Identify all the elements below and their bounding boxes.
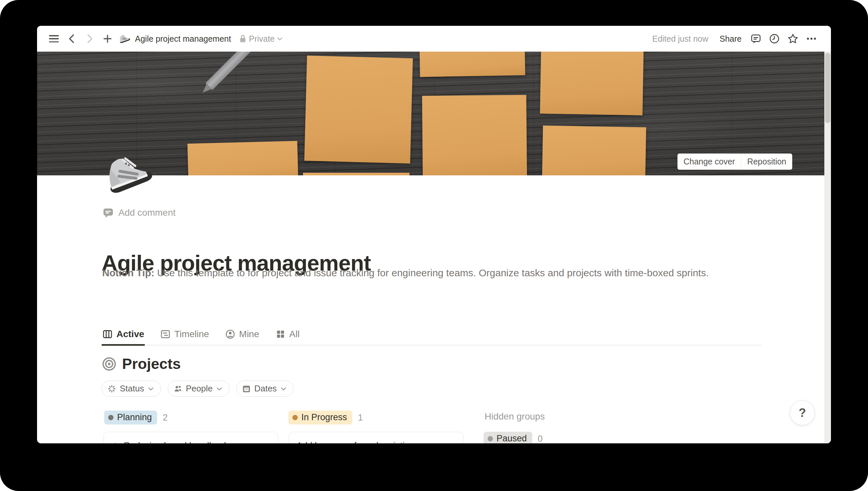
status-badge-paused: Paused	[484, 432, 532, 443]
cover-buttons: Change cover Reposition	[678, 153, 792, 170]
sticky-note	[540, 52, 643, 115]
group-label: In Progress	[301, 412, 347, 423]
sticky-note	[542, 125, 647, 175]
lock-icon	[239, 34, 247, 44]
add-comment-label: Add comment	[118, 207, 176, 218]
sticky-note	[422, 95, 527, 175]
share-button[interactable]: Share	[716, 32, 745, 46]
breadcrumb-title[interactable]: Agile project management	[135, 34, 231, 44]
status-dot	[292, 415, 298, 420]
filter-bar: Status People Dates	[101, 380, 294, 397]
privacy-selector[interactable]: Private	[239, 34, 283, 44]
tab-all[interactable]: All	[275, 326, 300, 345]
card-title: Redesign brand handbook	[124, 441, 229, 443]
chevron-down-icon	[280, 385, 287, 392]
screen: Agile project management Private Edited …	[0, 0, 868, 491]
privacy-label: Private	[249, 34, 275, 44]
tab-label: Active	[116, 329, 144, 340]
projects-section-header: Projects	[101, 355, 181, 373]
filter-label: Status	[120, 383, 144, 394]
tab-active[interactable]: Active	[101, 326, 145, 345]
hamburger-icon	[49, 35, 59, 42]
favorite-button[interactable]	[785, 31, 801, 46]
more-options-button[interactable]	[804, 31, 819, 46]
status-dot	[108, 415, 114, 420]
back-button[interactable]	[64, 31, 80, 46]
filter-dates[interactable]: Dates	[236, 380, 294, 397]
forward-button[interactable]	[82, 31, 97, 46]
notion-tip[interactable]: Notion Tip: Use this template to for pro…	[102, 265, 751, 281]
help-button[interactable]: ?	[790, 400, 815, 425]
group-header-paused[interactable]: Paused 0	[484, 432, 543, 443]
clock-icon	[769, 33, 780, 44]
filter-label: Dates	[255, 383, 277, 394]
target-icon	[101, 356, 117, 372]
reposition-button[interactable]: Reposition	[741, 153, 792, 170]
group-count: 0	[538, 434, 543, 444]
history-button[interactable]	[767, 31, 782, 46]
plus-icon	[102, 34, 113, 44]
group-count: 2	[163, 412, 168, 423]
status-dot	[487, 436, 493, 441]
tab-timeline[interactable]: Timeline	[159, 326, 210, 345]
scrollbar-thumb[interactable]	[825, 53, 830, 123]
sticky-note	[304, 56, 413, 164]
page-cover[interactable]: Change cover Reposition	[37, 52, 824, 175]
group-count: 1	[358, 412, 363, 423]
card-person-icon	[111, 442, 120, 443]
people-icon	[173, 384, 183, 394]
sticky-note	[419, 52, 525, 77]
group-header-in-progress[interactable]: In Progress 1	[289, 411, 363, 425]
filter-people[interactable]: People	[168, 380, 230, 397]
star-icon	[787, 33, 799, 45]
ellipsis-icon	[806, 33, 817, 45]
timeline-icon	[160, 329, 171, 340]
tab-label: Mine	[239, 329, 259, 340]
view-tabs: Active Timeline Mine All	[101, 326, 761, 345]
status-badge-planning: Planning	[104, 411, 157, 425]
projects-title[interactable]: Projects	[122, 355, 181, 373]
chevron-left-icon	[67, 33, 76, 44]
sticky-note	[303, 173, 410, 175]
status-spinner-icon	[107, 384, 116, 394]
group-header-planning[interactable]: Planning 2	[104, 411, 168, 425]
page-sneaker-icon[interactable]	[102, 148, 155, 201]
notion-window: Agile project management Private Edited …	[37, 26, 831, 443]
card-title: Add language for subscriptions	[296, 441, 419, 443]
change-cover-button[interactable]: Change cover	[678, 153, 741, 170]
status-badge-in-progress: In Progress	[289, 411, 352, 425]
filter-label: People	[186, 383, 213, 394]
chevron-down-icon	[276, 35, 283, 42]
tab-mine[interactable]: Mine	[224, 326, 260, 345]
calendar-icon	[242, 384, 251, 394]
edited-status: Edited just now	[652, 34, 709, 44]
project-card[interactable]: Add language for subscriptions	[289, 432, 463, 443]
tip-bold: Notion Tip:	[102, 267, 154, 278]
project-card[interactable]: Redesign brand handbook	[103, 432, 278, 443]
filter-status[interactable]: Status	[101, 380, 161, 397]
chevron-right-icon	[85, 33, 94, 44]
comments-button[interactable]	[748, 31, 764, 46]
hidden-groups-label: Hidden groups	[485, 411, 545, 422]
chevron-down-icon	[216, 385, 222, 392]
chevron-down-icon	[148, 385, 154, 392]
sidebar-toggle-button[interactable]	[46, 31, 62, 46]
group-label: Planning	[117, 412, 152, 423]
sticky-note	[187, 141, 298, 175]
tab-label: All	[290, 329, 300, 340]
scrollbar-track[interactable]	[824, 52, 831, 443]
add-comment-button[interactable]: Add comment	[102, 207, 176, 219]
comment-icon	[750, 33, 761, 44]
grid-icon	[275, 329, 286, 340]
top-bar: Agile project management Private Edited …	[37, 26, 831, 52]
tab-label: Timeline	[174, 329, 209, 340]
add-comment-icon	[102, 207, 114, 219]
marker-pen	[205, 52, 257, 90]
group-label: Paused	[497, 433, 527, 443]
tip-text: Use this template to for project and iss…	[154, 267, 709, 278]
person-circle-icon	[225, 329, 236, 340]
new-page-button[interactable]	[100, 31, 115, 46]
page-sneaker-icon-small	[118, 32, 131, 45]
board-icon	[102, 329, 113, 340]
